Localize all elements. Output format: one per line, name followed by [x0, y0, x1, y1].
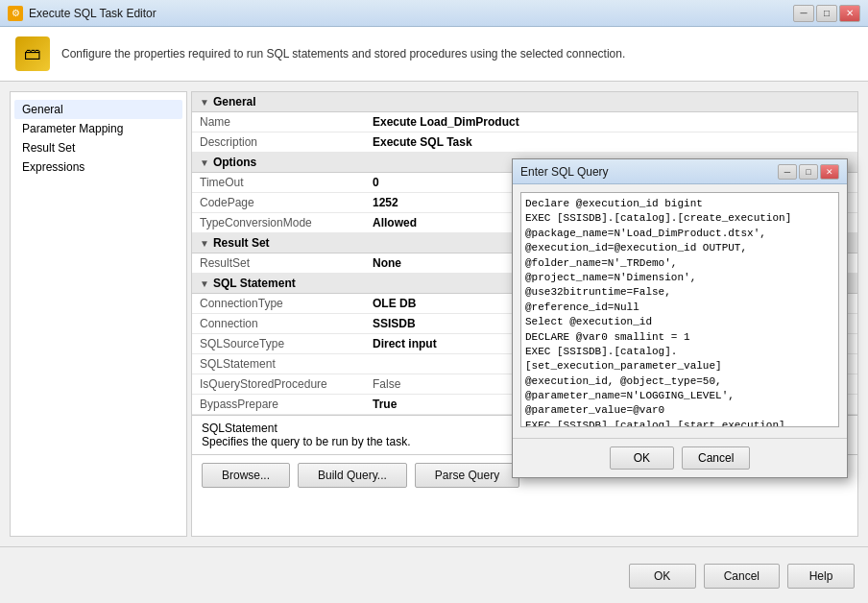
- dialog-cancel-button[interactable]: Cancel: [682, 446, 750, 470]
- dialog-title-bar: Enter SQL Query ─ □ ✕: [513, 159, 847, 184]
- dialog-body: [513, 184, 847, 438]
- dialog-maximize-button[interactable]: □: [799, 164, 818, 180]
- dialog-close-button[interactable]: ✕: [820, 164, 839, 180]
- dialog-footer: OK Cancel: [513, 438, 847, 477]
- dialog-title: Enter SQL Query: [520, 165, 609, 179]
- dialog-ok-button[interactable]: OK: [610, 446, 674, 470]
- dialog-overlay: Enter SQL Query ─ □ ✕ OK Cancel: [0, 0, 868, 603]
- enter-sql-query-dialog: Enter SQL Query ─ □ ✕ OK Cancel: [512, 158, 848, 478]
- dialog-minimize-button[interactable]: ─: [778, 164, 797, 180]
- dialog-controls: ─ □ ✕: [778, 164, 839, 180]
- sql-query-textarea[interactable]: [520, 192, 839, 427]
